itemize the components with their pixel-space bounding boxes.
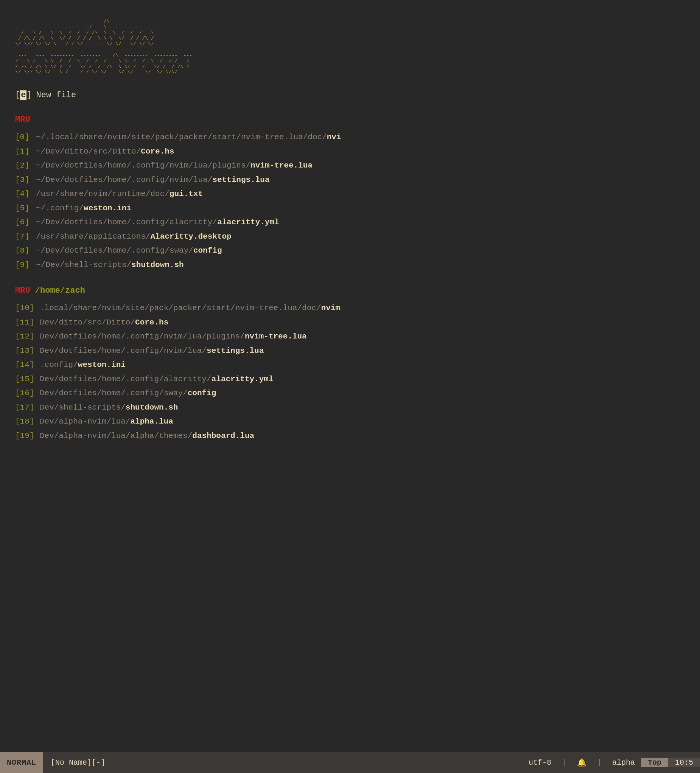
list-item[interactable]: [5] ~/.config/weston.ini [15, 202, 685, 214]
list-item[interactable]: [9] ~/Dev/shell-scripts/shutdown.sh [15, 259, 685, 271]
main-content: /\ --- --- -------- / \ -------- --- / \… [0, 0, 700, 487]
item-index: [3] [15, 174, 36, 186]
path-highlight: config [193, 245, 222, 257]
mru-section-1: MRU [0] ~/.local/share/nvim/site/pack/pa… [15, 115, 685, 271]
path-highlight: nvi [327, 131, 341, 143]
mru-header-1: MRU [15, 115, 685, 124]
bracket-close: ] [26, 90, 31, 100]
path-normal: Dev/ditto/src/Ditto/ [40, 317, 135, 329]
status-bell-icon: 🔔 [571, 758, 593, 767]
statusbar: NORMAL [No Name][-] utf-8 | 🔔 | alpha To… [0, 752, 700, 773]
path-normal: .config/ [40, 359, 78, 371]
list-item[interactable]: [14] .config/weston.ini [15, 359, 685, 371]
path-normal: Dev/alpha-nvim/lua/alpha/themes/ [40, 430, 192, 442]
path-highlight: Alacritty.desktop [150, 231, 231, 243]
mru-section-2: MRU /home/zach [10] .local/share/nvim/si… [15, 286, 685, 442]
item-index: [1] [15, 146, 36, 158]
path-highlight: weston.ini [78, 359, 126, 371]
list-item[interactable]: [7] /usr/share/applications/Alacritty.de… [15, 231, 685, 243]
path-normal: /usr/share/applications/ [36, 231, 150, 243]
path-normal: /usr/share/nvim/runtime/doc/ [36, 188, 170, 200]
path-normal: ~/Dev/dotfiles/home/.config/alacritty/ [36, 216, 217, 229]
status-encoding: utf-8 [522, 758, 557, 767]
status-mode: NORMAL [0, 752, 43, 773]
list-item[interactable]: [11] Dev/ditto/src/Ditto/Core.hs [15, 317, 685, 329]
status-divider: | [557, 758, 571, 767]
list-item[interactable]: [1] ~/Dev/ditto/src/Ditto/Core.hs [15, 146, 685, 158]
path-highlight: nvim-tree.lua [245, 331, 307, 343]
status-filename: [No Name][-] [43, 758, 522, 767]
list-item[interactable]: [13] Dev/dotfiles/home/.config/nvim/lua/… [15, 345, 685, 357]
item-index: [19] [15, 430, 40, 442]
status-plugin: alpha [606, 758, 641, 767]
mru-header-2-path: /home/zach [35, 286, 85, 295]
list-item[interactable]: [8] ~/Dev/dotfiles/home/.config/sway/con… [15, 245, 685, 257]
item-index: [10] [15, 302, 40, 314]
path-normal: ~/Dev/shell-scripts/ [36, 259, 131, 271]
path-normal: .local/share/nvim/site/pack/packer/start… [40, 302, 321, 314]
bracket-open: [ [15, 90, 20, 100]
path-highlight: Core.hs [135, 317, 168, 329]
new-file-label: New file [36, 90, 76, 100]
path-normal: ~/.config/ [36, 202, 84, 214]
list-item[interactable]: [12] Dev/dotfiles/home/.config/nvim/lua/… [15, 331, 685, 343]
path-normal: ~/Dev/dotfiles/home/.config/sway/ [36, 245, 193, 257]
new-file-line[interactable]: [e] New file [15, 90, 685, 100]
status-divider-2: | [593, 758, 606, 767]
item-index: [15] [15, 373, 40, 385]
key-e: e [20, 90, 26, 100]
path-normal: ~/Dev/dotfiles/home/.config/nvim/lua/plu… [36, 160, 250, 172]
list-item[interactable]: [18] Dev/alpha-nvim/lua/alpha.lua [15, 416, 685, 428]
path-highlight: settings.lua [212, 174, 269, 186]
path-highlight: nvim [321, 302, 340, 314]
item-index: [8] [15, 245, 36, 257]
logo-ascii: /\ --- --- -------- / \ -------- --- / \… [15, 19, 685, 75]
list-item[interactable]: [15] Dev/dotfiles/home/.config/alacritty… [15, 373, 685, 385]
path-highlight: gui.txt [170, 188, 203, 200]
path-normal: Dev/dotfiles/home/.config/sway/ [40, 387, 188, 400]
item-index: [17] [15, 401, 40, 414]
item-index: [14] [15, 359, 40, 371]
item-index: [2] [15, 160, 36, 172]
status-coords: 10:5 [668, 758, 700, 767]
path-normal: Dev/dotfiles/home/.config/alacritty/ [40, 373, 211, 385]
path-highlight: alacritty.yml [211, 373, 273, 385]
list-item[interactable]: [3] ~/Dev/dotfiles/home/.config/nvim/lua… [15, 174, 685, 186]
path-highlight: settings.lua [207, 345, 264, 357]
path-highlight: shutdown.sh [126, 401, 178, 414]
list-item[interactable]: [4] /usr/share/nvim/runtime/doc/gui.txt [15, 188, 685, 200]
list-item[interactable]: [2] ~/Dev/dotfiles/home/.config/nvim/lua… [15, 160, 685, 172]
path-highlight: weston.ini [84, 202, 131, 214]
logo-area: /\ --- --- -------- / \ -------- --- / \… [15, 12, 685, 75]
item-index: [13] [15, 345, 40, 357]
item-index: [16] [15, 387, 40, 400]
path-highlight: alpha.lua [130, 416, 173, 428]
path-highlight: dashboard.lua [192, 430, 254, 442]
path-normal: Dev/dotfiles/home/.config/nvim/lua/plugi… [40, 331, 245, 343]
path-highlight: shutdown.sh [131, 259, 184, 271]
path-normal: Dev/shell-scripts/ [40, 401, 126, 414]
list-item[interactable]: [0] ~/.local/share/nvim/site/pack/packer… [15, 131, 685, 143]
item-index: [7] [15, 231, 36, 243]
path-highlight: alacritty.yml [217, 216, 279, 229]
path-normal: Dev/dotfiles/home/.config/nvim/lua/ [40, 345, 207, 357]
item-index: [11] [15, 317, 40, 329]
item-index: [0] [15, 131, 36, 143]
item-index: [4] [15, 188, 36, 200]
path-highlight: Core.hs [141, 146, 174, 158]
path-highlight: nvim-tree.lua [250, 160, 313, 172]
item-index: [6] [15, 216, 36, 229]
item-index: [12] [15, 331, 40, 343]
list-item[interactable]: [17] Dev/shell-scripts/shutdown.sh [15, 401, 685, 414]
mru-header-2: MRU /home/zach [15, 286, 685, 295]
list-item[interactable]: [10] .local/share/nvim/site/pack/packer/… [15, 302, 685, 314]
mru-list-1: [0] ~/.local/share/nvim/site/pack/packer… [15, 131, 685, 271]
item-index: [9] [15, 259, 36, 271]
item-index: [5] [15, 202, 36, 214]
list-item[interactable]: [6] ~/Dev/dotfiles/home/.config/alacritt… [15, 216, 685, 229]
path-highlight: config [188, 387, 216, 400]
list-item[interactable]: [16] Dev/dotfiles/home/.config/sway/conf… [15, 387, 685, 400]
path-normal: ~/Dev/dotfiles/home/.config/nvim/lua/ [36, 174, 212, 186]
list-item[interactable]: [19] Dev/alpha-nvim/lua/alpha/themes/das… [15, 430, 685, 442]
mru-list-2: [10] .local/share/nvim/site/pack/packer/… [15, 302, 685, 442]
